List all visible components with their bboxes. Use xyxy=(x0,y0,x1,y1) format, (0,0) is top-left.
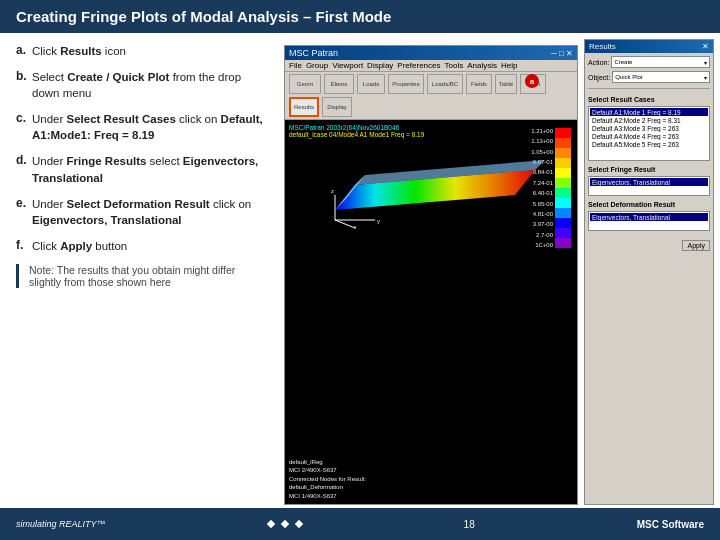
apply-button[interactable]: Apply xyxy=(682,240,710,251)
results-close[interactable]: ✕ xyxy=(702,42,709,51)
step-a-letter: a. xyxy=(16,43,32,57)
fringe-value-11: 1C+00 xyxy=(531,242,553,248)
page-header: Creating Fringe Plots of Modal Analysis … xyxy=(0,0,720,33)
fringe-value-10: 2.7-00 xyxy=(531,232,553,238)
fringe-color-segment-6 xyxy=(555,188,571,198)
action-label: Action: xyxy=(588,59,609,66)
simulating-text: simulating REALITY™ xyxy=(16,519,106,529)
deformation-section: Select Deformation Result e xyxy=(588,199,710,208)
case-item-3[interactable]: Default A4:Mode 4 Freq = 263 xyxy=(590,132,708,140)
patran-title: MSC Patran xyxy=(289,48,338,58)
fringe-color-segment-1 xyxy=(555,138,571,148)
fringe-color-segment-11 xyxy=(555,238,571,248)
deformation-label: Select Deformation Result xyxy=(588,201,710,208)
patran-window: MSC Patran ─ □ ✕ File Group Viewport Dis… xyxy=(284,45,578,505)
note-text: Note: The results that you obtain might … xyxy=(29,264,235,288)
footer-page-number: 18 xyxy=(464,519,475,530)
svg-text:y: y xyxy=(377,218,380,224)
fringe-color-segment-4 xyxy=(555,168,571,178)
annot-a: a xyxy=(525,74,539,88)
fringe-color-segment-3 xyxy=(555,158,571,168)
toolbar-display-btn[interactable]: Display xyxy=(322,97,352,117)
toolbar-wrapper: Geom Elems Loads Properties Loads/BC Fie… xyxy=(285,72,577,120)
results-action-row: Action: Create ▾ xyxy=(588,56,710,68)
step-d-letter: d. xyxy=(16,153,32,167)
menu-tools[interactable]: Tools xyxy=(444,61,463,70)
step-d: d. Under Fringe Results select Eigenvect… xyxy=(16,153,264,185)
fringe-results-label: Select Fringe Result xyxy=(588,166,710,173)
toolbar-table-btn[interactable]: Table xyxy=(495,74,517,94)
toolbar-fields-btn[interactable]: Fields xyxy=(466,74,492,94)
divider-1 xyxy=(588,88,710,89)
object-value: Quick Plot xyxy=(615,74,642,80)
step-b-letter: b. xyxy=(16,69,32,83)
case-item-2[interactable]: Default A3:Mode 3 Freq = 263 xyxy=(590,124,708,132)
object-dropdown[interactable]: Quick Plot ▾ xyxy=(612,71,710,83)
step-d-text: Under Fringe Results select Eigenvectors… xyxy=(32,153,264,185)
results-body: Action: Create ▾ Object: Quick Plot ▾ Se… xyxy=(585,53,713,504)
footer-diamond-1 xyxy=(266,520,274,528)
fringe-color-segment-2 xyxy=(555,148,571,158)
toolbar-results-btn[interactable]: Results xyxy=(289,97,319,117)
step-c: c. Under Select Result Cases click on De… xyxy=(16,111,264,143)
case-item-0[interactable]: Default A1:Mode 1 Freq = 8.19 xyxy=(590,108,708,116)
step-e: e. Under Select Deformation Result click… xyxy=(16,196,264,228)
fringe-color-segment-10 xyxy=(555,228,571,238)
toolbar-loads-btn[interactable]: Loads xyxy=(357,74,385,94)
deform-item-0[interactable]: Eigenvectors, Translational xyxy=(590,213,708,221)
menu-group[interactable]: Group xyxy=(306,61,328,70)
results-object-row: Object: Quick Plot ▾ xyxy=(588,71,710,83)
menu-help[interactable]: Help xyxy=(501,61,517,70)
step-e-letter: e. xyxy=(16,196,32,210)
deformation-listbox[interactable]: Eigenvectors, Translational xyxy=(588,211,710,231)
footer-dividers xyxy=(268,521,302,527)
results-btn-label: Results xyxy=(294,104,314,110)
patran-menubar: File Group Viewport Display Preferences … xyxy=(285,60,577,72)
results-titlebar: Results ✕ xyxy=(585,40,713,53)
action-dropdown[interactable]: Create ▾ xyxy=(611,56,710,68)
patran-titlebar: MSC Patran ─ □ ✕ xyxy=(285,46,577,60)
menu-display[interactable]: Display xyxy=(367,61,393,70)
fringe-color-segment-5 xyxy=(555,178,571,188)
beam-svg: y z x xyxy=(325,150,545,230)
menu-file[interactable]: File xyxy=(289,61,302,70)
step-f: f. Click Apply button xyxy=(16,238,264,254)
step-a-text: Click Results icon xyxy=(32,43,126,59)
menu-preferences[interactable]: Preferences xyxy=(397,61,440,70)
fringe-color-segment-0 xyxy=(555,128,571,138)
menu-viewport[interactable]: Viewport xyxy=(332,61,363,70)
page-footer: simulating REALITY™ 18 MSC Software xyxy=(0,508,720,540)
fringe-color-bar xyxy=(555,128,571,248)
svg-text:x: x xyxy=(354,224,357,230)
action-chevron: ▾ xyxy=(704,59,707,66)
toolbar-elements-btn[interactable]: Elems xyxy=(324,74,354,94)
step-f-text: Click Apply button xyxy=(32,238,127,254)
step-c-text: Under Select Result Cases click on Defau… xyxy=(32,111,264,143)
footer-diamond-2 xyxy=(280,520,288,528)
viewport-title: MSC/Patran 2003r2(64)Nov2601B046 default… xyxy=(289,124,424,138)
case-item-1[interactable]: Default A2:Mode 2 Freq = 8.31 xyxy=(590,116,708,124)
step-c-letter: c. xyxy=(16,111,32,125)
results-panel: b Results ✕ Action: Create ▾ Object: Qui… xyxy=(584,39,714,505)
menu-analysis[interactable]: Analysis xyxy=(467,61,497,70)
toolbar-geometry-btn[interactable]: Geom xyxy=(289,74,321,94)
object-label: Object: xyxy=(588,74,610,81)
instructions-panel: a. Click Results icon b. Select Create /… xyxy=(0,33,280,505)
cases-listbox[interactable]: Default A1:Mode 1 Freq = 8.19Default A2:… xyxy=(588,106,710,161)
patran-window-controls: ─ □ ✕ xyxy=(551,49,573,58)
step-f-letter: f. xyxy=(16,238,32,252)
page-title: Creating Fringe Plots of Modal Analysis … xyxy=(16,8,391,25)
case-item-4[interactable]: Default A5:Mode 5 Freq = 263 xyxy=(590,140,708,148)
viewport-info: default_lReg MCI 2/490X-S637 Connected N… xyxy=(289,458,366,500)
fringe-listbox[interactable]: Eigenvectors, Translational xyxy=(588,176,710,196)
toolbar-properties-btn[interactable]: Properties xyxy=(388,74,424,94)
svg-line-7 xyxy=(335,220,355,228)
fringe-color-segment-9 xyxy=(555,218,571,228)
fringe-item-0[interactable]: Eigenvectors, Translational xyxy=(590,178,708,186)
object-chevron: ▾ xyxy=(704,74,707,81)
result-cases-label: Select Result Cases xyxy=(588,96,710,103)
svg-text:z: z xyxy=(331,188,334,194)
apply-section: Apply f xyxy=(588,238,710,251)
toolbar-lbc-btn[interactable]: Loads/BC xyxy=(427,74,463,94)
result-cases-section: Select Result Cases c xyxy=(588,94,710,103)
